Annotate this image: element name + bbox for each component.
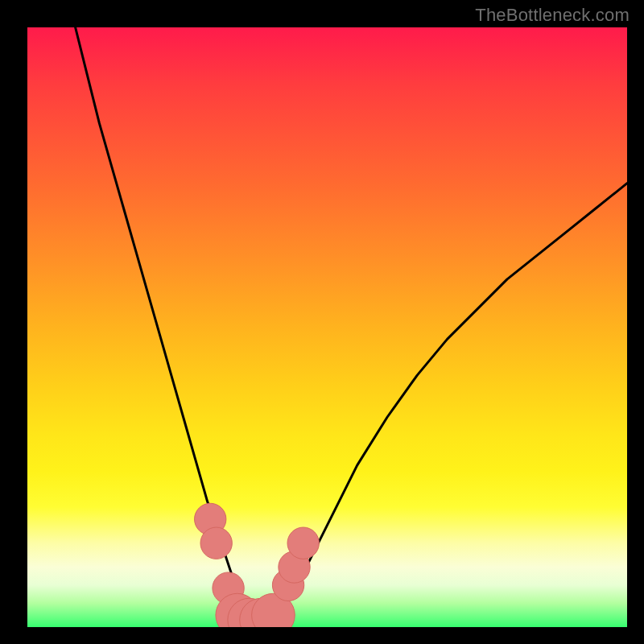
- watermark-text: TheBottleneck.com: [475, 5, 630, 26]
- chart-svg-layer: [27, 27, 627, 627]
- curve-markers: [195, 503, 320, 627]
- curve-marker: [287, 527, 319, 559]
- chart-frame: TheBottleneck.com: [0, 0, 644, 644]
- curve-marker: [200, 527, 232, 559]
- bottleneck-curve: [76, 27, 627, 621]
